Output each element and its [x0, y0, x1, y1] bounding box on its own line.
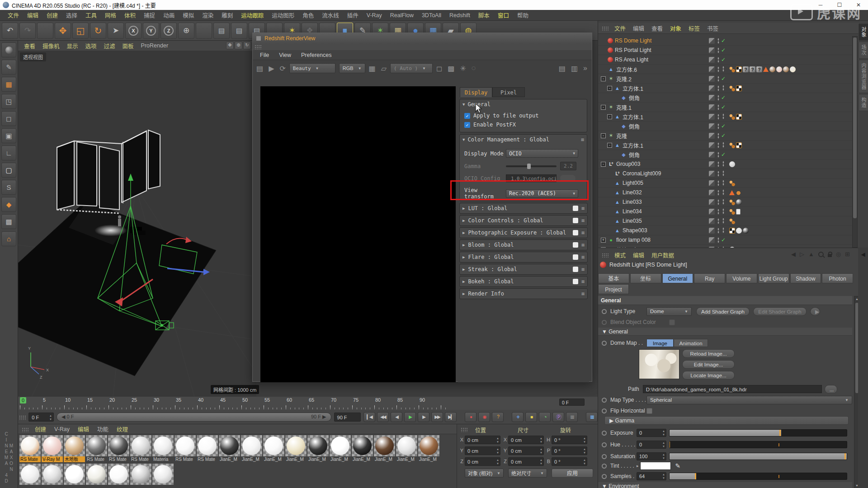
keyframe-dot-icon[interactable] — [602, 408, 607, 413]
coordinate-input[interactable]: 0 cm▲▼ — [465, 457, 500, 466]
snapshot-icon[interactable]: ▤ — [256, 64, 263, 73]
material-item[interactable]: JianE_M — [263, 435, 284, 462]
layer-color-toggle[interactable] — [709, 57, 715, 63]
object-row[interactable]: 倒角 — [598, 93, 852, 103]
attribute-tab[interactable]: Light Group — [758, 273, 789, 283]
enable-state[interactable] — [722, 161, 724, 167]
expand-toggle[interactable]: - — [601, 105, 606, 110]
visibility-dots[interactable] — [717, 171, 719, 177]
live-selection-icon[interactable] — [1, 42, 16, 57]
prev-frame-button[interactable]: ◀ — [391, 412, 402, 422]
menu-item[interactable]: 角色 — [298, 11, 318, 19]
lock-x-axis-icon[interactable]: X — [125, 23, 142, 39]
renderview-menu-item[interactable]: Preferences — [301, 52, 331, 58]
visibility-dots[interactable] — [717, 104, 719, 110]
keyframe-dot-icon[interactable] — [602, 474, 607, 479]
dock-tab[interactable]: 内容浏览器 — [859, 60, 868, 93]
renderview-tab[interactable]: Pixel — [492, 87, 525, 97]
keyframe-dot-icon[interactable] — [602, 309, 607, 314]
viewport-canvas[interactable]: Y X Z — [18, 51, 256, 397]
record-position-toggle[interactable]: + — [512, 412, 524, 422]
viewport-menu-item[interactable]: 选项 — [82, 42, 100, 50]
menu-item[interactable]: 窗口 — [494, 11, 513, 19]
material-item[interactable]: JianE_M — [219, 435, 240, 462]
tag-icons[interactable] — [729, 209, 741, 215]
dock-tab[interactable]: 场次 — [859, 42, 868, 59]
object-row[interactable]: Line032 — [598, 188, 852, 197]
material-item[interactable]: JianE_M — [374, 435, 395, 462]
visibility-dots[interactable] — [717, 190, 719, 196]
frame-range-slider[interactable]: ◀ 0 F90 F ▶ — [57, 413, 331, 422]
visibility-dots[interactable] — [717, 237, 719, 243]
object-row[interactable]: CoronaLight009 — [598, 169, 852, 178]
coordinate-input[interactable]: 0 cm▲▼ — [465, 446, 500, 455]
collapsed-section[interactable]: ▶Streak : Global ≡ — [459, 264, 588, 275]
snowflake-icon[interactable]: ✳ — [460, 64, 466, 73]
copy-image-icon[interactable]: ▥ — [571, 64, 578, 73]
panel-drag-handle[interactable] — [602, 253, 609, 258]
object-manager-menu-item[interactable]: 编辑 — [629, 24, 648, 33]
enable-state[interactable] — [721, 123, 727, 129]
enable-state[interactable] — [721, 38, 727, 44]
next-frame-button[interactable]: ▶ — [418, 412, 429, 422]
parameter-slider[interactable] — [669, 441, 847, 448]
visibility-dots[interactable] — [717, 209, 719, 215]
object-row[interactable]: 倒角 — [598, 150, 852, 160]
visibility-dots[interactable] — [717, 47, 719, 53]
autokey-button[interactable]: ◉ — [478, 412, 490, 422]
image-tab[interactable]: Image — [646, 339, 674, 347]
object-row[interactable]: - 立方体.1 — [598, 112, 852, 122]
material-menu-item[interactable]: 创建 — [31, 425, 50, 433]
history-forward-icon[interactable]: ▷ — [800, 251, 804, 258]
record-parameter-toggle[interactable]: Ⓟ — [552, 412, 564, 422]
more-options-button[interactable]: ▶ — [810, 307, 820, 316]
tag-icons[interactable] — [729, 180, 735, 186]
enable-state[interactable] — [721, 47, 727, 53]
menu-item[interactable]: RealFlow — [386, 12, 418, 19]
panel-drag-handle[interactable] — [602, 26, 609, 31]
value-spinner[interactable]: 0▲▼ — [637, 429, 666, 437]
expand-toggle[interactable]: - — [601, 133, 606, 138]
object-row[interactable]: - 克隆 — [598, 131, 852, 141]
object-row[interactable]: RS Dome Light — [598, 36, 852, 46]
visibility-dots[interactable] — [717, 57, 719, 63]
object-row[interactable]: - 克隆.2 — [598, 74, 852, 84]
viewport-menu-item[interactable]: 面板 — [119, 42, 137, 50]
enable-state[interactable] — [722, 199, 724, 205]
menu-item[interactable]: 选择 — [62, 11, 81, 19]
snap-s-icon[interactable]: S — [1, 180, 16, 195]
material-item[interactable]: Materia — [152, 435, 174, 462]
menu-item[interactable]: 模拟 — [179, 11, 198, 19]
expand-toggle[interactable]: - — [601, 162, 606, 167]
enable-state[interactable] — [722, 170, 724, 177]
undo-icon[interactable]: ↶ — [2, 23, 18, 39]
save-image-icon[interactable]: ▤ — [559, 64, 566, 73]
enable-state[interactable] — [722, 227, 724, 234]
object-manager-menu-item[interactable]: 标签 — [685, 24, 703, 33]
tag-icons[interactable] — [729, 161, 735, 167]
visibility-dots[interactable] — [717, 161, 719, 167]
size-mode-dropdown[interactable]: 绝对尺寸▼ — [508, 469, 547, 478]
collapsed-section[interactable]: ▶Color Controls : Global ≡ — [459, 215, 588, 226]
menu-item[interactable]: 雕刻 — [217, 11, 237, 19]
menu-item[interactable]: 脚本 — [474, 11, 494, 19]
material-item[interactable]: RS Mate — [197, 435, 218, 462]
menu-item[interactable]: 插件 — [343, 11, 363, 19]
layer-color-toggle[interactable] — [709, 218, 715, 224]
region-render-icon[interactable]: ◌ — [472, 64, 476, 72]
attribute-tab[interactable]: 坐标 — [630, 273, 661, 283]
browse-path-button[interactable]: ... — [825, 385, 837, 394]
object-row[interactable]: - 立方体.1 — [598, 84, 852, 93]
enable-state[interactable] — [721, 56, 727, 63]
layer-color-toggle[interactable] — [709, 123, 715, 129]
coordinate-input[interactable]: 0 cm▲▼ — [508, 436, 544, 444]
enable-state[interactable] — [722, 142, 724, 148]
viewport-menu-item[interactable]: 显示 — [64, 42, 81, 50]
enable-state[interactable] — [721, 132, 727, 139]
coordinate-input[interactable]: 0 cm▲▼ — [508, 457, 544, 466]
parameter-slider[interactable] — [669, 453, 847, 460]
material-item[interactable]: JianE_M — [285, 435, 307, 462]
enable-state[interactable] — [722, 218, 724, 224]
object-row[interactable]: - 克隆.1 — [598, 103, 852, 112]
layer-color-toggle[interactable] — [709, 228, 715, 234]
